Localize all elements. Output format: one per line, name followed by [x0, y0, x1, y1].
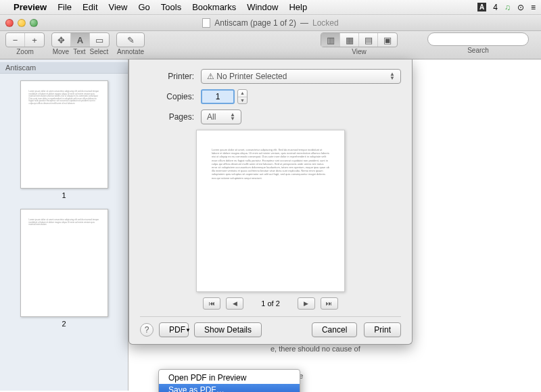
pages-label: Pages: [140, 112, 194, 122]
copies-label: Copies: [140, 92, 194, 101]
window-titlebar: Antiscam (page 1 of 2) — Locked [0, 15, 541, 31]
spotlight-icon[interactable]: ≡ [531, 3, 536, 12]
chevron-down-icon: ▼ [185, 327, 191, 333]
notif-count: 4 [493, 3, 498, 12]
zoom-group: − + Zoom [5, 32, 45, 55]
menu-tools[interactable]: Tools [161, 2, 181, 12]
prev-page-button[interactable]: ◀ [226, 297, 243, 310]
zoom-in-button[interactable]: + [25, 33, 44, 47]
search-wrap [427, 32, 529, 46]
chevron-updown-icon: ▲▼ [390, 72, 395, 80]
view-thumbs-button[interactable]: ▥ [321, 33, 340, 47]
pdf-button[interactable]: PDF▼ [159, 322, 189, 337]
view-label: View [352, 48, 367, 55]
view-two-button[interactable]: ▣ [378, 33, 397, 47]
window-title: Antiscam (page 1 of 2) — Locked [0, 18, 541, 28]
thumb-2-wrap[interactable]: Lorem ipsum dolor sit amet consectetur a… [0, 202, 128, 330]
toolbar: − + Zoom ✥ A ▭ MoveTextSelect ✎ Annotate… [0, 31, 541, 59]
search-group: Search [427, 32, 529, 54]
thumbnail-sidebar: Antiscam Lorem ipsum dolor sit amet cons… [0, 59, 128, 391]
title-text: Antiscam (page 1 of 2) [214, 18, 296, 28]
copies-stepper[interactable]: ▲▼ [237, 89, 248, 104]
copies-input[interactable] [201, 89, 235, 104]
printer-select[interactable]: ⚠ No Printer Selected ▲▼ [201, 69, 401, 84]
pages-value: All [207, 112, 216, 122]
preview-page: Lorem ipsum dolor sit amet, consectetur … [196, 130, 345, 292]
zoom-label: Zoom [16, 48, 34, 55]
move-button[interactable]: ✥ [52, 33, 71, 47]
itunes-icon[interactable]: ♫ [504, 3, 511, 12]
thumb-2-num: 2 [62, 320, 66, 328]
print-button[interactable]: Print [364, 322, 401, 337]
view-contact-button[interactable]: ▦ [340, 33, 359, 47]
app-menu[interactable]: Preview [14, 2, 47, 12]
page-info: 1 of 2 [261, 299, 280, 308]
adobe-icon[interactable]: A [477, 3, 486, 11]
next-page-button[interactable]: ▶ [298, 297, 315, 310]
view-group: ▥ ▦ ▤ ▣ View [321, 32, 398, 55]
mode-labels: MoveTextSelect [53, 48, 109, 55]
annotate-label: Annotate [117, 48, 144, 55]
dialog-bottom: ? PDF▼ Show Details Cancel Print [140, 316, 401, 337]
title-sep: — [300, 18, 308, 28]
search-label: Search [467, 47, 489, 54]
thumb-1: Lorem ipsum dolor sit amet consectetur a… [20, 80, 108, 189]
locked-label: Locked [312, 18, 339, 28]
annotate-button[interactable]: ✎ [117, 33, 144, 47]
document-icon [202, 18, 210, 28]
print-dialog: Printer: ⚠ No Printer Selected ▲▼ Copies… [128, 59, 413, 345]
page-nav: ⏮ ◀ 1 of 2 ▶ ⏭ [140, 297, 401, 310]
select-button[interactable]: ▭ [90, 33, 109, 47]
printer-label: Printer: [140, 72, 194, 81]
thumb-1-num: 1 [62, 191, 66, 199]
wifi-icon[interactable]: ⊙ [517, 3, 524, 12]
search-input[interactable] [427, 32, 529, 46]
pdf-dropdown-menu: Open PDF in Preview Save as PDF… Save as… [158, 369, 300, 392]
menubar-right: A 4 ♫ ⊙ ≡ [477, 3, 536, 12]
cancel-button[interactable]: Cancel [312, 322, 357, 337]
menu-view[interactable]: View [109, 2, 128, 12]
mode-group: ✥ A ▭ MoveTextSelect [51, 32, 110, 55]
menu-go[interactable]: Go [138, 2, 149, 12]
text-button[interactable]: A [71, 33, 90, 47]
zoom-out-button[interactable]: − [6, 33, 25, 47]
menu-file[interactable]: File [57, 2, 72, 12]
print-preview: Lorem ipsum dolor sit amet, consectetur … [167, 130, 374, 292]
pdf-menu-save-as-pdf[interactable]: Save as PDF… [159, 384, 300, 392]
menu-help[interactable]: Help [289, 2, 307, 12]
macos-menubar: Preview File Edit View Go Tools Bookmark… [0, 0, 541, 15]
thumb-2: Lorem ipsum dolor sit amet consectetur a… [20, 209, 108, 317]
menu-bookmarks[interactable]: Bookmarks [192, 2, 236, 12]
pages-select[interactable]: All ▲▼ [201, 109, 241, 124]
menu-window[interactable]: Window [247, 2, 278, 12]
menu-edit[interactable]: Edit [83, 2, 97, 12]
help-button[interactable]: ? [140, 323, 154, 337]
main-area: Antiscam Lorem ipsum dolor sit amet cons… [0, 59, 541, 391]
printer-value: ⚠ No Printer Selected [207, 72, 287, 81]
first-page-button[interactable]: ⏮ [203, 297, 220, 310]
last-page-button[interactable]: ⏭ [321, 297, 338, 310]
chevron-updown-icon: ▲▼ [230, 113, 235, 121]
sidebar-title: Antiscam [0, 62, 128, 74]
annotate-group: ✎ Annotate [116, 32, 145, 55]
show-details-button[interactable]: Show Details [194, 322, 262, 337]
pdf-menu-open[interactable]: Open PDF in Preview [159, 372, 300, 384]
view-continuous-button[interactable]: ▤ [359, 33, 378, 47]
thumb-1-wrap[interactable]: Lorem ipsum dolor sit amet consectetur a… [0, 74, 128, 202]
